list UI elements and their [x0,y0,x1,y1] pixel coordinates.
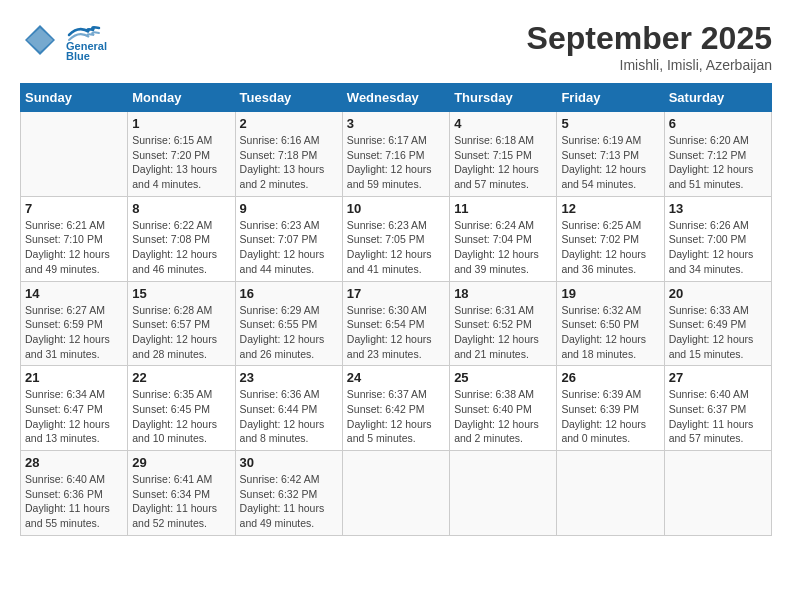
calendar-cell: 5Sunrise: 6:19 AM Sunset: 7:13 PM Daylig… [557,112,664,197]
day-info: Sunrise: 6:15 AM Sunset: 7:20 PM Dayligh… [132,133,230,192]
day-info: Sunrise: 6:37 AM Sunset: 6:42 PM Dayligh… [347,387,445,446]
day-number: 15 [132,286,230,301]
calendar-cell: 15Sunrise: 6:28 AM Sunset: 6:57 PM Dayli… [128,281,235,366]
day-number: 21 [25,370,123,385]
calendar-cell: 10Sunrise: 6:23 AM Sunset: 7:05 PM Dayli… [342,196,449,281]
day-info: Sunrise: 6:18 AM Sunset: 7:15 PM Dayligh… [454,133,552,192]
day-number: 25 [454,370,552,385]
day-info: Sunrise: 6:24 AM Sunset: 7:04 PM Dayligh… [454,218,552,277]
day-info: Sunrise: 6:42 AM Sunset: 6:32 PM Dayligh… [240,472,338,531]
calendar-table: SundayMondayTuesdayWednesdayThursdayFrid… [20,83,772,536]
logo-svg: General Blue [64,20,134,60]
calendar-cell: 17Sunrise: 6:30 AM Sunset: 6:54 PM Dayli… [342,281,449,366]
calendar-cell: 21Sunrise: 6:34 AM Sunset: 6:47 PM Dayli… [21,366,128,451]
day-number: 8 [132,201,230,216]
day-number: 10 [347,201,445,216]
day-info: Sunrise: 6:22 AM Sunset: 7:08 PM Dayligh… [132,218,230,277]
calendar-cell: 26Sunrise: 6:39 AM Sunset: 6:39 PM Dayli… [557,366,664,451]
day-number: 7 [25,201,123,216]
logo: General Blue [20,20,134,60]
day-info: Sunrise: 6:16 AM Sunset: 7:18 PM Dayligh… [240,133,338,192]
weekday-header-saturday: Saturday [664,84,771,112]
day-info: Sunrise: 6:20 AM Sunset: 7:12 PM Dayligh… [669,133,767,192]
calendar-cell [664,451,771,536]
calendar-week-row: 21Sunrise: 6:34 AM Sunset: 6:47 PM Dayli… [21,366,772,451]
calendar-cell: 24Sunrise: 6:37 AM Sunset: 6:42 PM Dayli… [342,366,449,451]
day-info: Sunrise: 6:30 AM Sunset: 6:54 PM Dayligh… [347,303,445,362]
day-info: Sunrise: 6:17 AM Sunset: 7:16 PM Dayligh… [347,133,445,192]
weekday-header-friday: Friday [557,84,664,112]
day-number: 22 [132,370,230,385]
calendar-cell: 12Sunrise: 6:25 AM Sunset: 7:02 PM Dayli… [557,196,664,281]
svg-text:Blue: Blue [66,50,90,60]
day-info: Sunrise: 6:23 AM Sunset: 7:07 PM Dayligh… [240,218,338,277]
day-number: 29 [132,455,230,470]
weekday-header-tuesday: Tuesday [235,84,342,112]
calendar-cell: 1Sunrise: 6:15 AM Sunset: 7:20 PM Daylig… [128,112,235,197]
calendar-cell: 18Sunrise: 6:31 AM Sunset: 6:52 PM Dayli… [450,281,557,366]
day-number: 11 [454,201,552,216]
day-number: 12 [561,201,659,216]
calendar-cell: 27Sunrise: 6:40 AM Sunset: 6:37 PM Dayli… [664,366,771,451]
day-info: Sunrise: 6:29 AM Sunset: 6:55 PM Dayligh… [240,303,338,362]
day-info: Sunrise: 6:25 AM Sunset: 7:02 PM Dayligh… [561,218,659,277]
day-info: Sunrise: 6:23 AM Sunset: 7:05 PM Dayligh… [347,218,445,277]
day-info: Sunrise: 6:19 AM Sunset: 7:13 PM Dayligh… [561,133,659,192]
calendar-week-row: 28Sunrise: 6:40 AM Sunset: 6:36 PM Dayli… [21,451,772,536]
calendar-cell: 23Sunrise: 6:36 AM Sunset: 6:44 PM Dayli… [235,366,342,451]
day-info: Sunrise: 6:36 AM Sunset: 6:44 PM Dayligh… [240,387,338,446]
calendar-week-row: 1Sunrise: 6:15 AM Sunset: 7:20 PM Daylig… [21,112,772,197]
day-number: 23 [240,370,338,385]
day-number: 3 [347,116,445,131]
calendar-cell: 28Sunrise: 6:40 AM Sunset: 6:36 PM Dayli… [21,451,128,536]
day-number: 24 [347,370,445,385]
calendar-week-row: 14Sunrise: 6:27 AM Sunset: 6:59 PM Dayli… [21,281,772,366]
calendar-cell: 11Sunrise: 6:24 AM Sunset: 7:04 PM Dayli… [450,196,557,281]
day-info: Sunrise: 6:41 AM Sunset: 6:34 PM Dayligh… [132,472,230,531]
weekday-header-row: SundayMondayTuesdayWednesdayThursdayFrid… [21,84,772,112]
calendar-cell: 2Sunrise: 6:16 AM Sunset: 7:18 PM Daylig… [235,112,342,197]
day-number: 13 [669,201,767,216]
title-block: September 2025 Imishli, Imisli, Azerbaij… [527,20,772,73]
day-info: Sunrise: 6:28 AM Sunset: 6:57 PM Dayligh… [132,303,230,362]
day-info: Sunrise: 6:38 AM Sunset: 6:40 PM Dayligh… [454,387,552,446]
day-number: 5 [561,116,659,131]
calendar-cell: 4Sunrise: 6:18 AM Sunset: 7:15 PM Daylig… [450,112,557,197]
calendar-cell: 19Sunrise: 6:32 AM Sunset: 6:50 PM Dayli… [557,281,664,366]
day-info: Sunrise: 6:40 AM Sunset: 6:36 PM Dayligh… [25,472,123,531]
day-number: 2 [240,116,338,131]
day-info: Sunrise: 6:40 AM Sunset: 6:37 PM Dayligh… [669,387,767,446]
weekday-header-sunday: Sunday [21,84,128,112]
day-number: 27 [669,370,767,385]
weekday-header-thursday: Thursday [450,84,557,112]
day-number: 4 [454,116,552,131]
day-info: Sunrise: 6:27 AM Sunset: 6:59 PM Dayligh… [25,303,123,362]
month-title: September 2025 [527,20,772,57]
location: Imishli, Imisli, Azerbaijan [527,57,772,73]
day-info: Sunrise: 6:35 AM Sunset: 6:45 PM Dayligh… [132,387,230,446]
page-header: General Blue September 2025 Imishli, Imi… [20,20,772,73]
calendar-cell: 7Sunrise: 6:21 AM Sunset: 7:10 PM Daylig… [21,196,128,281]
calendar-cell [21,112,128,197]
day-number: 17 [347,286,445,301]
calendar-cell: 20Sunrise: 6:33 AM Sunset: 6:49 PM Dayli… [664,281,771,366]
day-info: Sunrise: 6:21 AM Sunset: 7:10 PM Dayligh… [25,218,123,277]
logo-icon [20,20,60,60]
weekday-header-wednesday: Wednesday [342,84,449,112]
day-info: Sunrise: 6:32 AM Sunset: 6:50 PM Dayligh… [561,303,659,362]
day-number: 1 [132,116,230,131]
calendar-cell [342,451,449,536]
calendar-week-row: 7Sunrise: 6:21 AM Sunset: 7:10 PM Daylig… [21,196,772,281]
day-info: Sunrise: 6:26 AM Sunset: 7:00 PM Dayligh… [669,218,767,277]
calendar-cell [557,451,664,536]
calendar-cell: 3Sunrise: 6:17 AM Sunset: 7:16 PM Daylig… [342,112,449,197]
weekday-header-monday: Monday [128,84,235,112]
day-info: Sunrise: 6:39 AM Sunset: 6:39 PM Dayligh… [561,387,659,446]
day-number: 30 [240,455,338,470]
day-number: 28 [25,455,123,470]
day-number: 19 [561,286,659,301]
calendar-cell: 9Sunrise: 6:23 AM Sunset: 7:07 PM Daylig… [235,196,342,281]
calendar-cell [450,451,557,536]
day-info: Sunrise: 6:33 AM Sunset: 6:49 PM Dayligh… [669,303,767,362]
svg-marker-1 [27,28,53,52]
